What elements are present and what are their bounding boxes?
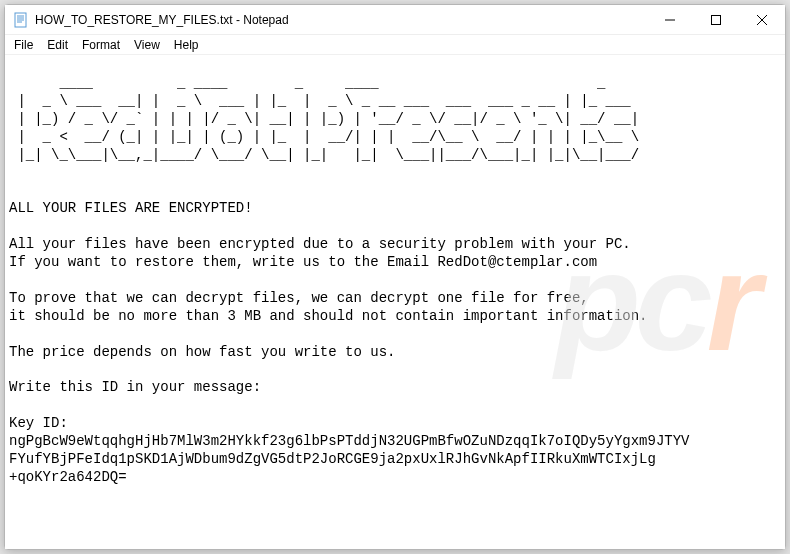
text-area[interactable]: pcr ____ _ ____ _ ____ _ | _ \ ___ __| |… xyxy=(5,55,785,549)
ransom-p2a: To prove that we can decrypt files, we c… xyxy=(9,290,589,306)
key-id-line3: +qoKYr2a642DQ= xyxy=(9,469,127,485)
menu-edit[interactable]: Edit xyxy=(40,37,75,53)
window-controls xyxy=(647,5,785,34)
notepad-icon xyxy=(13,12,29,28)
ransom-p3: The price depends on how fast you write … xyxy=(9,344,395,360)
menu-help[interactable]: Help xyxy=(167,37,206,53)
ransom-p2b: it should be no more than 3 MB and shoul… xyxy=(9,308,648,324)
menu-format[interactable]: Format xyxy=(75,37,127,53)
watermark-r: r xyxy=(707,223,755,380)
window-title: HOW_TO_RESTORE_MY_FILES.txt - Notepad xyxy=(35,13,289,27)
close-button[interactable] xyxy=(739,5,785,34)
key-id-label: Key ID: xyxy=(9,415,68,431)
titlebar: HOW_TO_RESTORE_MY_FILES.txt - Notepad xyxy=(5,5,785,35)
key-id-line1: ngPgBcW9eWtqqhgHjHb7MlW3m2HYkkf23g6lbPsP… xyxy=(9,433,690,449)
maximize-button[interactable] xyxy=(693,5,739,34)
notepad-window: HOW_TO_RESTORE_MY_FILES.txt - Notepad Fi… xyxy=(4,4,786,550)
menubar: File Edit Format View Help xyxy=(5,35,785,55)
key-id-line2: FYufYBjPFeIdq1pSKD1AjWDbum9dZgVG5dtP2JoR… xyxy=(9,451,656,467)
menu-view[interactable]: View xyxy=(127,37,167,53)
ransom-heading: ALL YOUR FILES ARE ENCRYPTED! xyxy=(9,200,253,216)
ransom-p1a: All your files have been encrypted due t… xyxy=(9,236,631,252)
menu-file[interactable]: File xyxy=(7,37,40,53)
ransom-p1b: If you want to restore them, write us to… xyxy=(9,254,597,270)
ransom-p4: Write this ID in your message: xyxy=(9,379,261,395)
svg-rect-6 xyxy=(712,15,721,24)
ascii-art-trail xyxy=(9,182,639,198)
minimize-button[interactable] xyxy=(647,5,693,34)
ascii-art-banner: ____ _ ____ _ ____ _ | _ \ ___ __| | _ \… xyxy=(9,75,664,163)
